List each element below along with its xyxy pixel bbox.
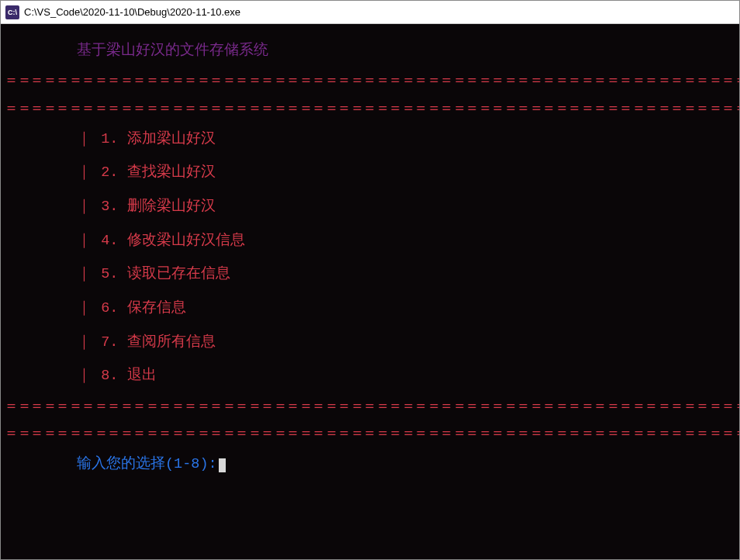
menu-bar: ｜ — [77, 334, 84, 351]
app-window: C:\ C:\VS_Code\2020-11-10\Debug\2020-11-… — [0, 0, 740, 560]
menu-bar: ｜ — [77, 368, 84, 385]
console-area[interactable]: 基于梁山好汉的文件存储系统 ＝＝＝＝＝＝＝＝＝＝＝＝＝＝＝＝＝＝＝＝＝＝＝＝＝＝… — [1, 24, 739, 559]
separator-top-1: ＝＝＝＝＝＝＝＝＝＝＝＝＝＝＝＝＝＝＝＝＝＝＝＝＝＝＝＝＝＝＝＝＝＝＝＝＝＝＝＝… — [4, 76, 736, 86]
separator-top-2: ＝＝＝＝＝＝＝＝＝＝＝＝＝＝＝＝＝＝＝＝＝＝＝＝＝＝＝＝＝＝＝＝＝＝＝＝＝＝＝＝… — [4, 104, 736, 114]
menu-bar: ｜ — [77, 266, 84, 283]
input-prompt: 输入您的选择(1-8): — [4, 456, 736, 473]
menu-item-8: ｜ 8. 退出 — [4, 368, 736, 385]
menu-item-2: ｜ 2. 查找梁山好汉 — [4, 164, 736, 181]
app-title: 基于梁山好汉的文件存储系统 — [4, 43, 736, 60]
cursor — [219, 458, 226, 472]
titlebar[interactable]: C:\ C:\VS_Code\2020-11-10\Debug\2020-11-… — [1, 1, 739, 24]
menu-bar: ｜ — [77, 300, 84, 317]
menu-item-1: ｜ 1. 添加梁山好汉 — [4, 131, 736, 148]
menu-bar: ｜ — [77, 233, 84, 250]
menu-bar: ｜ — [77, 131, 84, 148]
menu-bar: ｜ — [77, 199, 84, 216]
menu-item-6: ｜ 6. 保存信息 — [4, 300, 736, 317]
window-title: C:\VS_Code\2020-11-10\Debug\2020-11-10.e… — [24, 6, 240, 18]
menu-item-4: ｜ 4. 修改梁山好汉信息 — [4, 233, 736, 250]
menu-item-5: ｜ 5. 读取已存在信息 — [4, 266, 736, 283]
menu-bar: ｜ — [77, 164, 84, 181]
menu-item-3: ｜ 3. 删除梁山好汉 — [4, 199, 736, 216]
app-icon: C:\ — [5, 5, 19, 19]
menu-item-7: ｜ 7. 查阅所有信息 — [4, 334, 736, 351]
separator-bottom-2: ＝＝＝＝＝＝＝＝＝＝＝＝＝＝＝＝＝＝＝＝＝＝＝＝＝＝＝＝＝＝＝＝＝＝＝＝＝＝＝＝… — [4, 429, 736, 439]
separator-bottom-1: ＝＝＝＝＝＝＝＝＝＝＝＝＝＝＝＝＝＝＝＝＝＝＝＝＝＝＝＝＝＝＝＝＝＝＝＝＝＝＝＝… — [4, 402, 736, 412]
